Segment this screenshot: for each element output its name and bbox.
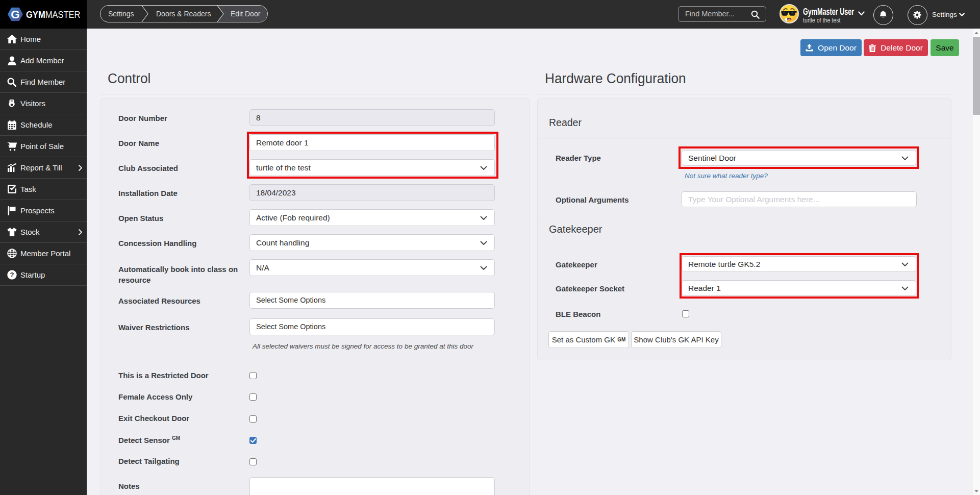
svg-text:G: G — [11, 8, 20, 21]
svg-text:?: ? — [10, 271, 14, 279]
